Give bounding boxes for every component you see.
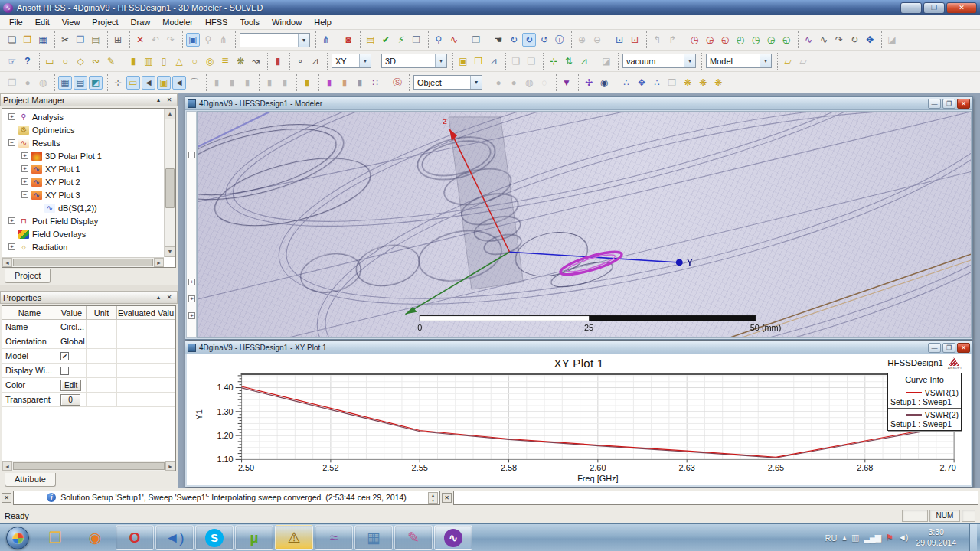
draw-helix-icon[interactable]: ❋ [234,54,247,68]
tree-item-results[interactable]: −∿Results [2,136,164,149]
draw-plane-icon[interactable]: ⊿ [309,54,322,68]
solids-gray-icon[interactable]: ▮ [353,76,367,90]
tree-item-port-field-display[interactable]: +⊓Port Field Display [2,214,164,227]
tree-collapse-icon[interactable]: − [188,152,195,158]
array-1-icon[interactable]: ∴ [619,76,633,90]
history-tree-strip[interactable]: − + + + [186,111,197,338]
branch-icon[interactable]: ⋔ [319,33,333,47]
message-spinner[interactable]: ▴▾ [428,492,438,504]
restore-button[interactable]: ❐ [942,99,956,109]
collapse-panel-icon[interactable]: ▴ [153,292,164,302]
draw-point-icon[interactable]: ∘ [293,54,307,68]
snap-settings-icon[interactable]: ⊹ [111,76,125,90]
scroll-left-icon[interactable]: ◄ [2,258,12,267]
plot-titlebar[interactable]: 4DginaV9 - HFSSDesign1 - XY Plot 1 — ❐ ✕ [185,341,972,354]
cs-plane-combo[interactable]: XY▾ [332,54,371,68]
solids-tan-icon[interactable]: ▮ [338,76,351,90]
taskbar-utorrent[interactable]: µ [235,525,273,550]
close-button[interactable]: ✕ [946,2,977,14]
subselect-icon[interactable]: ▣ [186,33,200,47]
draw-bondwire-icon[interactable]: ≣ [218,54,232,68]
tree-expand-icon[interactable]: + [188,312,195,319]
rotate-axis-icon[interactable]: ↺ [537,33,551,47]
select-mode-combo[interactable]: Object▾ [413,75,482,90]
transparent-button[interactable]: 0 [60,394,80,406]
taskbar-paint[interactable]: ✎ [394,525,433,550]
scale-icon[interactable]: ⊿ [577,54,591,68]
zoom-selection-icon[interactable]: ⊡ [628,33,642,47]
model-combo[interactable]: Model▾ [706,54,772,68]
modeler-viewport[interactable]: z Y 0 25 [197,111,972,338]
snap-arc-icon[interactable]: ⌒ [188,76,201,90]
menu-item-hfss[interactable]: HFSS [199,16,234,28]
save-icon[interactable]: ▦ [36,33,50,47]
menu-item-view[interactable]: View [56,16,87,28]
chevron-down-icon[interactable]: ▾ [470,76,482,89]
validate-icon[interactable]: ✔ [379,33,393,47]
pan-icon[interactable]: ☚ [492,33,505,47]
property-value[interactable]: Edit [57,378,87,392]
tray-expand-icon[interactable]: ▴ [842,533,846,543]
rotate-view-icon[interactable]: ↻ [522,33,536,47]
expand-icon[interactable]: + [8,217,15,224]
draw-cone-icon[interactable]: △ [172,54,186,68]
tree-expand-icon[interactable]: + [188,279,195,285]
chevron-down-icon[interactable]: ▾ [298,34,309,47]
draw-regpoly-icon[interactable]: ▯ [157,54,171,68]
render-mode-icon[interactable]: ◩ [89,76,103,90]
scroll-down-icon[interactable]: ▼ [165,246,175,257]
taskbar-hfss[interactable]: ∿ [434,525,472,550]
section-icon[interactable]: Ⓢ [390,76,404,90]
draw-box-icon[interactable]: ▥ [142,54,155,68]
menu-item-project[interactable]: Project [86,16,124,28]
tab-attribute[interactable]: Attribute [5,473,56,487]
model-checkbox[interactable]: ✔ [60,352,69,360]
tray-gadget-icon[interactable]: ▥ [851,533,858,543]
facet-1-icon[interactable]: ❋ [681,76,694,90]
color-button[interactable]: Edit [60,380,81,391]
quick-search-combo[interactable]: ▾ [240,33,310,47]
close-button[interactable]: ✕ [957,343,970,353]
project-tree-vscrollbar[interactable]: ▲ ▼ [164,109,175,257]
taskbar-volume[interactable]: ◄) [155,525,194,550]
sweep-path-icon[interactable]: ↝ [249,54,263,68]
language-indicator[interactable]: RU [825,533,837,543]
vscroll-thumb[interactable] [165,168,175,208]
restore-button[interactable]: ❐ [923,2,945,14]
mirror-icon[interactable]: ⊿ [487,54,501,68]
grid-toggle-icon[interactable]: ▦ [58,76,72,90]
paste-icon[interactable]: ▤ [89,33,103,47]
taskbar-skype[interactable]: S [195,525,234,550]
property-value[interactable]: ✔ [57,349,87,363]
dock-splitter[interactable] [0,285,178,291]
properties-hscrollbar[interactable]: ◄ ► [2,461,175,471]
field-calc-icon[interactable]: ⚲ [432,33,446,47]
boolean-intersect-icon[interactable]: ◉ [597,76,611,90]
minimize-button[interactable]: — [928,99,941,109]
expand-icon[interactable]: + [21,152,28,159]
draw-sphere-icon[interactable]: ○ [188,54,201,68]
menu-item-edit[interactable]: Edit [29,16,56,28]
project-tree-hscrollbar[interactable]: ◄ ► [2,257,164,267]
facet-2-icon[interactable]: ❋ [696,76,710,90]
tree-item-db-s-1-2-[interactable]: ∿dB(S(1,2)) [2,201,164,214]
close-message-icon[interactable]: ✕ [2,493,11,503]
rotate-model-icon[interactable]: ↻ [507,33,521,47]
validate-design-icon[interactable]: ◙ [341,33,355,47]
orient-info-icon[interactable]: ⓘ [553,33,567,47]
scroll-up-icon[interactable]: ▲ [165,109,175,119]
close-button[interactable]: ✕ [957,99,970,109]
tree-item-xy-plot-1[interactable]: +∿XY Plot 1 [2,162,164,175]
menu-item-modeler[interactable]: Modeler [156,16,199,28]
move-icon[interactable]: ⊹ [547,54,560,68]
property-value[interactable]: 0 [57,393,87,406]
duplicate-axis-icon[interactable]: ❐ [472,54,485,68]
open-icon[interactable]: ❐ [21,33,34,47]
clock[interactable]: 3:30 29.09.2014 [916,527,956,547]
animate-export-icon[interactable]: ◵ [718,33,732,47]
display-wi--checkbox[interactable] [60,367,69,375]
chevron-down-icon[interactable]: ▾ [435,54,446,67]
tree-item-xy-plot-3[interactable]: −∿XY Plot 3 [2,188,164,201]
scroll-right-icon[interactable]: ► [165,461,175,471]
delete-icon[interactable]: ✕ [133,33,147,47]
